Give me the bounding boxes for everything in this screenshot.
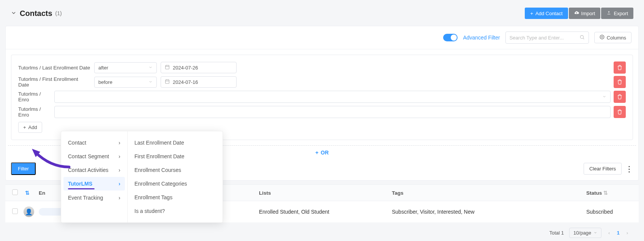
add-filter-button[interactable]: + Add — [18, 122, 42, 133]
chevron-down-icon[interactable] — [11, 10, 17, 17]
search-icon — [579, 35, 585, 41]
dropdown-item-contact-segment[interactable]: Contact Segment› — [61, 150, 127, 163]
dropdown-subitem[interactable]: Enrollment Tags — [128, 191, 223, 204]
current-page: 1 — [617, 230, 619, 236]
search-input[interactable] — [510, 35, 579, 41]
add-contact-button[interactable]: + Add Contact — [525, 8, 568, 19]
cell-lists: Enrolled Student, Old Student — [259, 209, 392, 215]
chevron-down-icon — [148, 65, 153, 71]
annotation-underline — [68, 188, 95, 189]
page-title: Contacts — [20, 9, 52, 18]
cell-tags: Subscriber, Visitor, Interested, New — [392, 209, 586, 215]
svg-point-2 — [601, 36, 603, 38]
pagination: Total 1 10/page ‹ 1 › — [5, 222, 639, 241]
chevron-down-icon — [148, 79, 153, 85]
dropdown-item-event-tracking[interactable]: Event Tracking› — [61, 191, 127, 205]
search-input-wrap[interactable] — [505, 32, 589, 44]
avatar: 👤 — [24, 206, 34, 217]
columns-button[interactable]: Columns — [594, 32, 631, 43]
plus-icon: + — [530, 11, 533, 16]
apply-filter-button[interactable]: Filter — [11, 162, 36, 175]
chevron-right-icon: › — [118, 167, 120, 173]
svg-point-0 — [580, 35, 583, 38]
dropdown-subitem[interactable]: Enrollment Courses — [128, 163, 223, 177]
delete-filter-button[interactable] — [614, 91, 626, 103]
clear-filters-button[interactable]: Clear Filters — [584, 163, 622, 175]
delete-filter-button[interactable] — [614, 76, 626, 88]
advanced-filter-label: Advanced Filter — [463, 35, 500, 41]
column-header-lists[interactable]: Lists — [259, 190, 392, 196]
plus-icon: + — [23, 124, 26, 130]
filter-type-dropdown: Contact› Contact Segment› Contact Activi… — [61, 131, 223, 223]
row-checkbox[interactable] — [12, 208, 18, 214]
column-header-tags[interactable]: Tags — [392, 190, 586, 196]
download-icon — [606, 10, 611, 16]
chevron-right-icon: › — [118, 181, 120, 187]
svg-line-1 — [583, 38, 584, 39]
more-options-icon[interactable]: ⋮ — [625, 164, 633, 173]
svg-rect-3 — [166, 65, 169, 69]
cell-status: Subscribed — [586, 209, 632, 215]
filter-label: Tutorlms / First Enrollment Date — [18, 76, 90, 88]
filter-row: Tutorlms / First Enrollment Date before … — [18, 76, 626, 88]
calendar-icon — [165, 79, 170, 85]
dropdown-item-contact[interactable]: Contact› — [61, 136, 127, 150]
filter-value-select[interactable] — [54, 106, 611, 118]
filter-operator-select[interactable]: after — [94, 62, 157, 73]
filter-label: Tutorlms / Enro — [18, 106, 51, 118]
filter-value-select[interactable] — [54, 91, 611, 103]
filter-operator-select[interactable]: before — [94, 77, 157, 88]
filter-row: Tutorlms / Last Enrollment Date after 20… — [18, 62, 626, 73]
filter-row: Tutorlms / Enro — [18, 91, 626, 103]
import-button[interactable]: Import — [569, 8, 601, 19]
advanced-filter-toggle[interactable] — [443, 34, 458, 41]
sort-icon: ⇅ — [603, 190, 608, 196]
filter-date-input[interactable]: 2024-07-16 — [161, 76, 237, 88]
chevron-right-icon: › — [118, 195, 120, 201]
prev-page-button[interactable]: ‹ — [607, 230, 611, 236]
total-count: Total 1 — [549, 230, 564, 236]
chevron-right-icon: › — [118, 153, 120, 159]
plus-icon: + — [315, 150, 318, 156]
filter-label: Tutorlms / Enro — [18, 91, 51, 102]
chevron-right-icon: › — [118, 140, 120, 146]
delete-filter-button[interactable] — [614, 61, 626, 74]
per-page-select[interactable]: 10/page — [569, 228, 601, 238]
dropdown-subitem[interactable]: Enrollment Categories — [128, 177, 223, 191]
dropdown-subitem[interactable]: First Enrollment Date — [128, 150, 223, 163]
dropdown-subitem[interactable]: Is a student? — [128, 204, 223, 218]
filter-label: Tutorlms / Last Enrollment Date — [18, 65, 90, 71]
page-count: (1) — [55, 10, 62, 16]
chevron-down-icon — [593, 230, 597, 236]
filter-date-input[interactable]: 2024-07-26 — [161, 62, 237, 73]
sort-icon[interactable]: ⇅ — [25, 190, 30, 196]
column-header-status[interactable]: Status ⇅ — [586, 190, 632, 196]
dropdown-subitem[interactable]: Last Enrollment Date — [128, 136, 223, 150]
filter-row: Tutorlms / Enro — [18, 106, 626, 118]
export-button[interactable]: Export — [601, 8, 633, 19]
svg-rect-7 — [166, 80, 169, 83]
select-all-checkbox[interactable] — [12, 189, 18, 195]
gear-icon — [600, 35, 605, 41]
next-page-button[interactable]: › — [625, 230, 630, 236]
cloud-upload-icon — [574, 10, 579, 16]
dropdown-item-contact-activities[interactable]: Contact Activities› — [61, 163, 127, 177]
page-title-wrap: Contacts (1) — [11, 9, 62, 18]
chevron-down-icon — [602, 94, 606, 100]
delete-filter-button[interactable] — [614, 106, 626, 118]
calendar-icon — [165, 65, 170, 71]
